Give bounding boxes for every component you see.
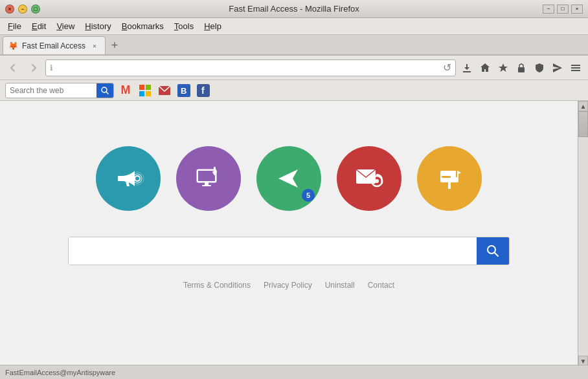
gmail-m-icon: M (121, 83, 131, 97)
navigation-bar: ℹ ↺ (0, 56, 588, 80)
menu-help[interactable]: Help (200, 20, 225, 32)
menu-edit[interactable]: Edit (28, 20, 50, 32)
svg-point-19 (214, 174, 216, 175)
minimize-button[interactable]: − (18, 5, 27, 14)
security-icon: ℹ (50, 63, 53, 72)
minimize-btn2[interactable]: − (543, 5, 554, 14)
window-title: Fast Email Access - Mozilla Firefox (229, 4, 359, 14)
mailbox-svg (433, 162, 466, 195)
tab-label: Fast Email Access (22, 41, 85, 50)
svg-rect-3 (571, 67, 580, 69)
scrollbar[interactable]: ▲ ▼ (578, 101, 588, 366)
svg-rect-2 (571, 65, 580, 66)
address-bar[interactable]: ℹ ↺ (45, 60, 456, 76)
page-content: 5 (0, 101, 578, 366)
send-icon-button[interactable]: 5 (256, 146, 321, 211)
svg-rect-1 (518, 67, 525, 72)
svg-rect-0 (463, 71, 471, 72)
search-button[interactable] (96, 83, 113, 98)
b-bookmark[interactable]: B (176, 83, 192, 98)
window-controls[interactable]: × − □ (5, 5, 40, 14)
svg-rect-18 (202, 185, 211, 186)
facebook-bookmark[interactable]: f (196, 83, 211, 98)
monitor-bell-svg (192, 162, 225, 195)
refresh-icon[interactable]: ↺ (443, 61, 451, 74)
menu-file[interactable]: File (4, 20, 25, 32)
nav-right-buttons (458, 60, 584, 76)
bottom-search-input[interactable] (69, 237, 477, 265)
privacy-link[interactable]: Privacy Policy (264, 281, 312, 290)
close-button[interactable]: × (5, 5, 14, 14)
status-text: FastEmailAccess@myAntispyware (5, 369, 115, 376)
svg-rect-11 (118, 176, 124, 181)
svg-rect-25 (456, 171, 457, 177)
restore-btn[interactable]: □ (557, 5, 569, 14)
search-input[interactable] (6, 86, 96, 95)
close-btn2[interactable]: × (571, 5, 583, 14)
url-input[interactable] (56, 63, 440, 72)
svg-point-12 (135, 176, 140, 181)
windows-bookmark[interactable] (137, 83, 153, 98)
email-at-svg (352, 162, 386, 195)
mailbox-icon-button[interactable] (417, 146, 482, 211)
scroll-up-arrow[interactable]: ▲ (578, 101, 588, 111)
scrollbar-track[interactable] (578, 111, 588, 356)
megaphone-svg (111, 162, 145, 195)
uninstall-link[interactable]: Uninstall (325, 281, 355, 290)
svg-rect-4 (571, 70, 580, 71)
svg-text:f: f (201, 85, 205, 96)
email-bookmark[interactable] (157, 83, 172, 98)
svg-point-28 (488, 246, 495, 254)
bottom-search-button[interactable] (477, 237, 509, 265)
tab-favicon: 🦊 (8, 41, 18, 50)
send-badge: 5 (302, 189, 315, 202)
shield-icon[interactable] (531, 60, 548, 76)
svg-rect-17 (205, 182, 209, 185)
svg-marker-26 (457, 171, 461, 175)
back-button[interactable] (4, 59, 22, 77)
gmail-bookmark[interactable]: M (118, 83, 133, 98)
menu-history[interactable]: History (81, 20, 115, 32)
facebook-icon: f (197, 84, 210, 97)
bookmarks-bar: M B f (0, 80, 588, 101)
b-icon: B (177, 84, 190, 97)
status-bar: FastEmailAccess@myAntispyware (0, 365, 588, 379)
svg-text:B: B (181, 86, 187, 96)
email-at-icon-button[interactable] (337, 146, 401, 211)
scrollbar-thumb[interactable] (578, 111, 588, 137)
forward-button[interactable] (25, 59, 43, 77)
bottom-search-bar[interactable] (68, 237, 510, 265)
svg-point-22 (375, 179, 379, 183)
maximize-button[interactable]: □ (31, 5, 40, 14)
monitor-bell-icon-button[interactable] (176, 146, 241, 211)
new-tab-button[interactable]: + (106, 36, 124, 54)
envelope-icon (158, 85, 171, 96)
tab-close-button[interactable]: × (89, 41, 100, 51)
download-icon[interactable] (458, 60, 475, 76)
send-nav-icon[interactable] (549, 60, 566, 76)
title-bar: × − □ Fast Email Access - Mozilla Firefo… (0, 0, 588, 18)
lock-icon[interactable] (513, 60, 530, 76)
menu-bar: File Edit View History Bookmarks Tools H… (0, 18, 588, 35)
menu-icon[interactable] (567, 60, 584, 76)
bookmark-star-icon[interactable] (495, 60, 512, 76)
home-icon[interactable] (477, 60, 493, 76)
send-svg (272, 162, 306, 195)
app-icons-row: 5 (96, 146, 482, 211)
main-area: 5 (0, 101, 588, 366)
search-widget[interactable] (5, 83, 114, 98)
windows-squares-icon (139, 85, 151, 96)
menu-tools[interactable]: Tools (170, 20, 198, 32)
menu-bookmarks[interactable]: Bookmarks (118, 20, 168, 32)
title-bar-right-controls[interactable]: − □ × (543, 5, 583, 14)
menu-view[interactable]: View (52, 20, 78, 32)
megaphone-icon-button[interactable] (96, 146, 161, 211)
terms-link[interactable]: Terms & Conditions (183, 281, 251, 290)
svg-rect-27 (442, 176, 451, 178)
active-tab[interactable]: 🦊 Fast Email Access × (3, 36, 106, 54)
footer-links: Terms & Conditions Privacy Policy Uninst… (183, 281, 394, 290)
tab-bar: 🦊 Fast Email Access × + (0, 35, 588, 56)
contact-link[interactable]: Contact (368, 281, 394, 290)
